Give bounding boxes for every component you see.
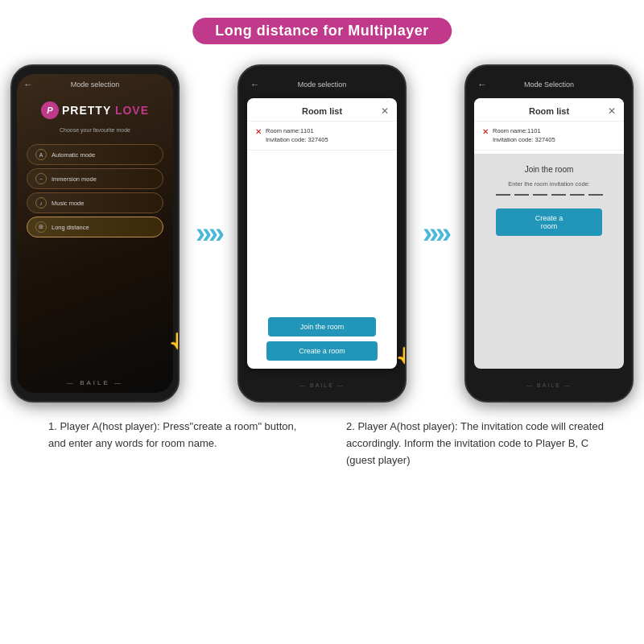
modal-2-header: Room list ✕	[247, 98, 397, 122]
modal-3-top: Room list ✕ ✕ Room name:1101 Invitation …	[474, 98, 624, 154]
back-icon-3[interactable]: ←	[477, 79, 487, 90]
create-room-btn-3[interactable]: Create a room	[496, 208, 603, 236]
phones-row: ← Mode selection P PRETTY LOVE Choose yo…	[0, 64, 644, 402]
phone-3-title: Mode Selection	[524, 80, 574, 89]
room-item-info-3: Room name:1101 Invitation code: 327405	[493, 126, 555, 145]
room-item-info-2: Room name:1101 Invitation code: 327405	[266, 126, 328, 145]
arrow-1: »»	[184, 64, 233, 402]
phone-3-header: ← Mode Selection	[471, 74, 627, 92]
phone-2-header: ← Mode selection	[244, 74, 400, 92]
phone-1: ← Mode selection P PRETTY LOVE Choose yo…	[10, 64, 180, 402]
auto-icon: A	[35, 149, 47, 160]
arrow-double-1: »»	[196, 217, 221, 250]
title-text: Long distance for Multiplayer	[215, 23, 429, 39]
room-name-2: Room name:1101	[266, 126, 328, 135]
phone-1-title: Mode selection	[71, 80, 120, 89]
room-item-x-3: ✕	[482, 127, 489, 136]
desc-block-1: 1. Player A(host player): Press"create a…	[32, 419, 314, 469]
mode-immersion[interactable]: ~ Immersion mode	[27, 168, 163, 189]
dash-3	[533, 194, 547, 196]
dash-1	[496, 194, 510, 196]
phone-3-footer: — BAILE —	[471, 382, 627, 388]
dash-6	[588, 194, 603, 196]
logo: P PRETTY LOVE	[17, 92, 173, 122]
join-room-label: Join the room	[482, 165, 616, 174]
room-item-2: ✕ Room name:1101 Invitation code: 327405	[247, 122, 397, 151]
phone-2-screen: ← Mode selection Room list ✕ ✕ Room name…	[244, 74, 400, 393]
phone-2-footer: — BAILE —	[244, 382, 400, 388]
invitation-code-3: Invitation code: 327405	[493, 135, 555, 144]
back-icon-2[interactable]: ←	[250, 79, 260, 90]
back-icon-1[interactable]: ←	[23, 79, 33, 90]
mode-immersion-label: Immersion mode	[52, 175, 97, 183]
logo-p: P	[47, 105, 52, 115]
dash-2	[514, 194, 529, 196]
create-room-btn-2[interactable]: Create a room	[266, 341, 378, 361]
dash-4	[551, 194, 566, 196]
modal-3-header: Room list ✕	[474, 98, 624, 122]
arrow-2: »»	[411, 64, 460, 402]
logo-icon: P	[41, 101, 59, 119]
room-item-3: ✕ Room name:1101 Invitation code: 327405	[474, 122, 624, 151]
longdist-icon: ⊞	[35, 221, 47, 233]
choose-text: Choose your favourite mode	[17, 122, 173, 141]
modal-2-title: Room list	[302, 106, 342, 116]
logo-text: PRETTY LOVE	[62, 104, 149, 117]
phone-1-screen: ← Mode selection P PRETTY LOVE Choose yo…	[17, 74, 173, 393]
modal-3-close[interactable]: ✕	[608, 105, 616, 117]
modal-3-title: Room list	[529, 106, 569, 116]
mode-automatic-label: Automatic mode	[52, 151, 95, 159]
room-list-modal-2: Room list ✕ ✕ Room name:1101 Invitation …	[247, 98, 397, 369]
modal-2-close[interactable]: ✕	[381, 105, 389, 117]
desc-block-2: 2. Player A(host player): The invitation…	[330, 419, 612, 469]
descriptions: 1. Player A(host player): Press"create a…	[0, 419, 644, 469]
modal-2-actions: Join the room Create a room	[247, 317, 397, 361]
immersion-icon: ~	[35, 173, 47, 184]
phone-3: ← Mode Selection Room list ✕ ✕ Room name…	[464, 64, 634, 402]
hand-cursor-2: 👆	[395, 346, 407, 367]
mode-automatic[interactable]: A Automatic mode	[27, 144, 163, 165]
mode-music[interactable]: ♪ Music mode	[27, 192, 163, 213]
dash-5	[570, 194, 584, 196]
enter-code-label: Enter the room invitation code:	[482, 180, 616, 188]
join-room-section: Join the room Enter the room invitation …	[474, 154, 624, 242]
room-name-3: Room name:1101	[493, 126, 555, 135]
phone-3-screen: ← Mode Selection Room list ✕ ✕ Room name…	[471, 74, 627, 393]
join-room-btn-2[interactable]: Join the room	[268, 317, 377, 336]
desc-text-1: 1. Player A(host player): Press"create a…	[48, 419, 314, 452]
mode-music-label: Music mode	[52, 200, 84, 207]
mode-longdistance-label: Long distance	[52, 224, 89, 231]
phone-1-footer: — BAILE —	[17, 379, 173, 386]
music-icon: ♪	[35, 197, 47, 208]
room-item-x-2: ✕	[255, 127, 262, 136]
arrow-double-2: »»	[423, 217, 448, 250]
mode-longdistance[interactable]: ⊞ Long distance	[27, 217, 163, 237]
phone-2: ← Mode selection Room list ✕ ✕ Room name…	[237, 64, 407, 402]
desc-text-2: 2. Player A(host player): The invitation…	[346, 419, 612, 469]
hand-cursor-1: 👆	[168, 332, 180, 353]
phone-1-header: ← Mode selection	[17, 74, 173, 92]
phone-2-title: Mode selection	[298, 80, 347, 89]
title-banner: Long distance for Multiplayer	[192, 18, 452, 44]
invitation-code-2: Invitation code: 327405	[266, 135, 328, 144]
room-list-modal-3: Room list ✕ ✕ Room name:1101 Invitation …	[474, 98, 624, 369]
code-dashes	[482, 194, 616, 196]
